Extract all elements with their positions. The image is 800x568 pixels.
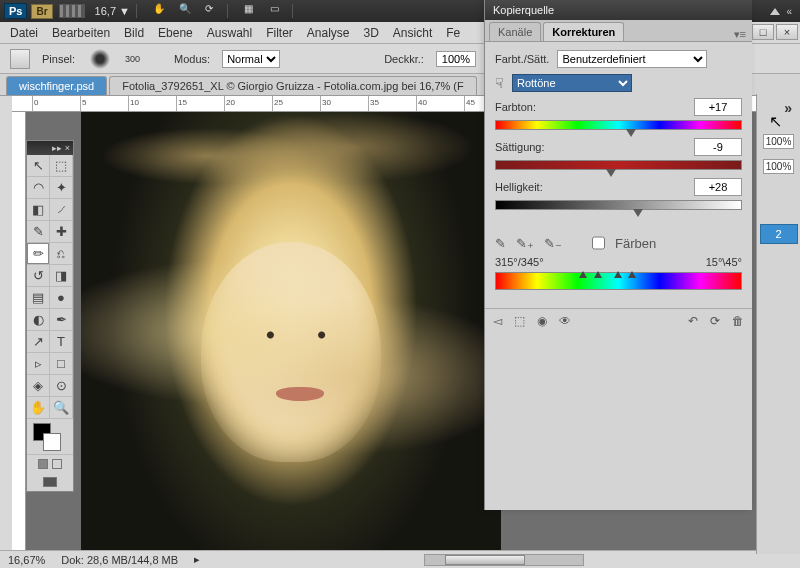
delete-icon[interactable]: 🗑: [732, 314, 744, 328]
background-color[interactable]: [43, 433, 61, 451]
eraser-tool[interactable]: ◨: [50, 265, 73, 287]
saturation-slider[interactable]: [495, 160, 742, 170]
hand-tool[interactable]: ✋: [27, 397, 50, 419]
toolbox: ▸▸ × ↖ ⬚ ◠ ✦ ◧ ⟋ ✎ ✚ ✏ ⎌ ↺ ◨ ▤ ● ◐ ✒ ↗ T…: [26, 140, 74, 492]
grid-icon[interactable]: ▦: [244, 3, 260, 19]
colorize-label: Färben: [615, 236, 656, 251]
menu-ansicht[interactable]: Ansicht: [393, 26, 432, 40]
menu-datei[interactable]: Datei: [10, 26, 38, 40]
quickmask-toggle[interactable]: [27, 455, 73, 473]
3d-camera-tool[interactable]: ⊙: [50, 375, 73, 397]
tab-wischfinger[interactable]: wischfinger.psd: [6, 76, 107, 95]
lightness-slider[interactable]: [495, 200, 742, 210]
ruler-vertical: [12, 112, 26, 550]
rotate-icon[interactable]: ⟳: [205, 3, 221, 19]
lightness-label: Helligkeit:: [495, 181, 543, 193]
panel-menu-icon[interactable]: ▾≡: [734, 28, 746, 41]
panel-title-kopierquelle[interactable]: Kopierquelle: [485, 0, 752, 20]
tab-korrekturen[interactable]: Korrekturen: [543, 22, 624, 41]
range-spectrum[interactable]: [495, 272, 742, 290]
toolbox-header[interactable]: ▸▸ ×: [27, 141, 73, 155]
crop-tool[interactable]: ◧: [27, 199, 50, 221]
preset-select[interactable]: Benutzerdefiniert: [557, 50, 707, 68]
expand-chevron-icon[interactable]: »: [784, 100, 792, 116]
bridge-logo[interactable]: Br: [31, 4, 52, 19]
zoom-display[interactable]: 16,7 ▼: [95, 5, 130, 17]
frames-icon[interactable]: [59, 4, 85, 18]
reset-icon[interactable]: ⟳: [710, 314, 720, 328]
view-icon[interactable]: ◉: [537, 314, 547, 328]
lasso-tool[interactable]: ◠: [27, 177, 50, 199]
eyedropper-icon[interactable]: ✎: [495, 236, 506, 251]
stamp-tool[interactable]: ⎌: [50, 243, 73, 265]
menu-bearbeiten[interactable]: Bearbeiten: [52, 26, 110, 40]
screenmode-toggle[interactable]: [27, 473, 73, 491]
gradient-tool[interactable]: ▤: [27, 287, 50, 309]
colorize-checkbox[interactable]: [592, 234, 605, 252]
status-doc[interactable]: Dok: 28,6 MB/144,8 MB: [61, 554, 178, 566]
hand-target-icon[interactable]: ☟: [495, 75, 504, 91]
horizontal-scrollbar[interactable]: [424, 554, 584, 566]
zoom-tool[interactable]: 🔍: [50, 397, 73, 419]
tab-fotolia[interactable]: Fotolia_3792651_XL © Giorgio Gruizza - F…: [109, 76, 477, 95]
opacity-input[interactable]: [436, 51, 476, 67]
shape-tool[interactable]: □: [50, 353, 73, 375]
lightness-value[interactable]: [694, 178, 742, 196]
mode-select[interactable]: Normal: [222, 50, 280, 68]
saturation-value[interactable]: [694, 138, 742, 156]
menu-fenster[interactable]: Fe: [446, 26, 460, 40]
history-brush-tool[interactable]: ↺: [27, 265, 50, 287]
brush-tool[interactable]: ✏: [27, 243, 50, 265]
hue-label: Farbton:: [495, 101, 536, 113]
wand-tool[interactable]: ✦: [50, 177, 73, 199]
status-zoom[interactable]: 16,67%: [8, 554, 45, 566]
type-tool[interactable]: T: [50, 331, 73, 353]
marquee-tool[interactable]: ⬚: [50, 155, 73, 177]
eyedropper-tool[interactable]: ✎: [27, 221, 50, 243]
dodge-tool[interactable]: ◐: [27, 309, 50, 331]
right-panel-strip: 100% 100% 2: [756, 94, 800, 554]
tab-kanale[interactable]: Kanäle: [489, 22, 541, 41]
eyedropper-minus-icon[interactable]: ✎₋: [544, 236, 562, 251]
menu-3d[interactable]: 3D: [364, 26, 379, 40]
3d-tool[interactable]: ◈: [27, 375, 50, 397]
brush-preview[interactable]: [87, 48, 113, 70]
menu-analyse[interactable]: Analyse: [307, 26, 350, 40]
healing-tool[interactable]: ✚: [50, 221, 73, 243]
menu-auswahl[interactable]: Auswahl: [207, 26, 252, 40]
eyedropper-plus-icon[interactable]: ✎₊: [516, 236, 534, 251]
menu-filter[interactable]: Filter: [266, 26, 293, 40]
collapse-arrow-icon[interactable]: [770, 8, 780, 15]
path-tool[interactable]: ↗: [27, 331, 50, 353]
prev-icon[interactable]: ↶: [688, 314, 698, 328]
hue-slider[interactable]: [495, 120, 742, 130]
menu-ebene[interactable]: Ebene: [158, 26, 193, 40]
visibility-icon[interactable]: 👁: [559, 314, 571, 328]
zoom-icon[interactable]: 🔍: [179, 3, 195, 19]
hue-value[interactable]: [694, 98, 742, 116]
hand-icon[interactable]: ✋: [153, 3, 169, 19]
document-canvas[interactable]: [81, 112, 501, 552]
current-tool-icon[interactable]: [10, 49, 30, 69]
maximize-button[interactable]: □: [752, 24, 774, 40]
color-swatch[interactable]: [27, 419, 73, 455]
brush-size[interactable]: 300: [125, 54, 140, 64]
slice-tool[interactable]: ⟋: [50, 199, 73, 221]
blur-tool[interactable]: ●: [50, 287, 73, 309]
close-button[interactable]: ×: [776, 24, 798, 40]
opacity-mini[interactable]: 100%: [763, 134, 795, 149]
direct-select-tool[interactable]: ▹: [27, 353, 50, 375]
extras-icon[interactable]: ▭: [270, 3, 286, 19]
layer-indicator[interactable]: 2: [760, 224, 798, 244]
angle-right: 15°\45°: [706, 256, 742, 268]
back-icon[interactable]: ◅: [493, 314, 502, 328]
channel-select[interactable]: Rottöne: [512, 74, 632, 92]
clip-icon[interactable]: ⬚: [514, 314, 525, 328]
saturation-label: Sättigung:: [495, 141, 545, 153]
brush-label: Pinsel:: [42, 53, 75, 65]
pen-tool[interactable]: ✒: [50, 309, 73, 331]
adjustments-panel: Kopierquelle Kanäle Korrekturen ▾≡ Farbt…: [484, 0, 752, 510]
menu-bild[interactable]: Bild: [124, 26, 144, 40]
fill-mini[interactable]: 100%: [763, 159, 795, 174]
move-tool[interactable]: ↖: [27, 155, 50, 177]
